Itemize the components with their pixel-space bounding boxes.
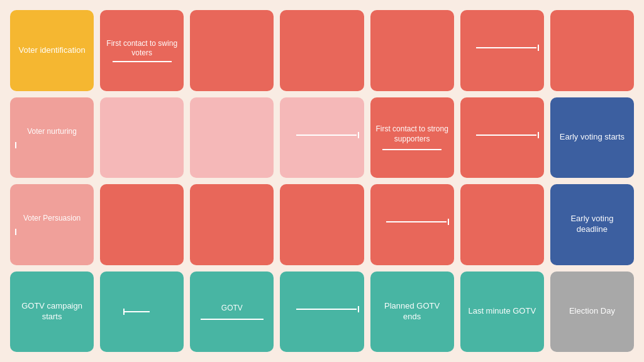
cell-r2c3 [190, 97, 274, 178]
cell-r2c6 [460, 97, 544, 178]
gotv-campaign-label: GOTV campaign starts [15, 301, 89, 322]
line-r4c4 [296, 309, 357, 310]
cell-r4c2 [100, 272, 184, 353]
gotv-label: GOTV [221, 304, 243, 314]
short-line-r4c2 [125, 311, 150, 312]
line-r1c2 [113, 61, 172, 62]
cell-r3c3 [190, 184, 274, 265]
first-contact-swing-label: First contact to swing voters [105, 39, 179, 58]
cell-election-day: Election Day [550, 272, 634, 353]
arrow-line-r1 [113, 61, 172, 62]
line-end-r2c4 [296, 132, 359, 138]
cell-r1c7 [550, 10, 634, 91]
early-voting-starts-label: Early voting starts [560, 132, 625, 143]
cell-planned-gotv-ends: Planned GOTV ends [370, 272, 454, 353]
line-r2c5 [382, 149, 441, 150]
cell-last-minute-gotv: Last minute GOTV [460, 272, 544, 353]
line-end-r1c6 [476, 45, 539, 51]
tick-r4c4 [358, 306, 359, 312]
line-end-r3c5 [386, 219, 449, 225]
cell-r3c5 [370, 184, 454, 265]
cell-r3c6 [460, 184, 544, 265]
election-day-label: Election Day [569, 306, 615, 317]
cell-gotv: GOTV [190, 272, 274, 353]
cell-early-voting-deadline: Early voting deadline [550, 184, 634, 265]
voter-identification-label: Voter identification [18, 45, 85, 56]
voter-persuasion-label: Voter Persuasion [23, 214, 80, 224]
cell-voter-persuasion: Voter Persuasion [10, 184, 94, 265]
tick-r2c4 [358, 132, 359, 138]
cell-first-contact-strong: First contact to strong supporters [370, 97, 454, 178]
last-minute-gotv-label: Last minute GOTV [468, 306, 536, 317]
cell-r2c4 [280, 97, 364, 178]
planned-gotv-ends-label: Planned GOTV ends [375, 301, 449, 322]
line-r2c4 [296, 134, 357, 136]
cell-r1c5 [370, 10, 454, 91]
early-voting-deadline-label: Early voting deadline [555, 214, 629, 235]
cell-voter-identification: Voter identification [10, 10, 94, 91]
cell-gotv-campaign-starts: GOTV campaign starts [10, 272, 94, 353]
line-r2c6 [476, 134, 536, 136]
line-r3c5 [386, 221, 447, 222]
line-end-r2c6 [476, 132, 539, 138]
voter-nurturing-label: Voter nurturing [27, 127, 77, 137]
tick-r2c6 [538, 132, 539, 138]
cell-voter-nurturing: Voter nurturing [10, 97, 94, 178]
cell-early-voting-starts: Early voting starts [550, 97, 634, 178]
cell-r1c4 [280, 10, 364, 91]
cell-first-contact-swing: First contact to swing voters [100, 10, 184, 91]
tick-start-r3c1 [15, 229, 37, 235]
line-r4c3 [201, 319, 264, 320]
campaign-grid: Voter identification First contact to sw… [0, 0, 644, 362]
cell-r3c4 [280, 184, 364, 265]
line-inner-r4c3 [201, 319, 264, 320]
line-end-r4c4 [296, 306, 359, 312]
tick-r2c1 [15, 142, 16, 148]
tick-line-r4c2 [123, 309, 167, 315]
tick-r3c1 [15, 229, 16, 235]
cell-r2c2 [100, 97, 184, 178]
first-contact-strong-label: First contact to strong supporters [375, 124, 449, 144]
line-inner-r2c5 [382, 149, 441, 150]
tick-start-r2c1 [15, 142, 37, 148]
cell-r1c3 [190, 10, 274, 91]
line-r1c6 [476, 47, 536, 48]
tick-r1c6 [538, 45, 539, 51]
tick-r3c5 [448, 219, 449, 225]
cell-r4c4 [280, 272, 364, 353]
cell-r1c6 [460, 10, 544, 91]
cell-r3c2 [100, 184, 184, 265]
